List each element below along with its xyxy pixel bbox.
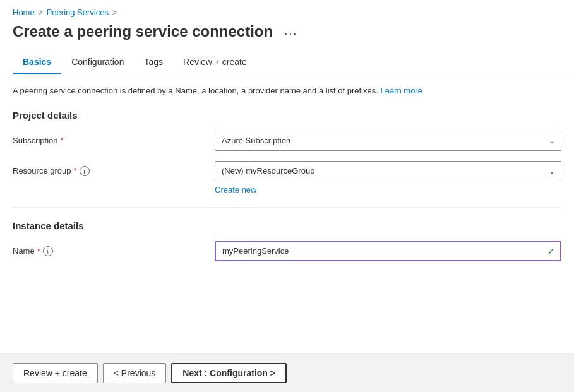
create-new-link[interactable]: Create new bbox=[215, 185, 561, 194]
page-title: Create a peering service connection bbox=[13, 23, 273, 40]
tabs-bar: Basics Configuration Tags Review + creat… bbox=[0, 50, 574, 74]
breadcrumb-home[interactable]: Home bbox=[13, 8, 35, 17]
project-details-title: Project details bbox=[13, 110, 561, 121]
description-text: A peering service connection is defined … bbox=[13, 85, 561, 97]
subscription-label: Subscription * bbox=[13, 131, 215, 145]
ellipsis-button[interactable]: ... bbox=[280, 22, 301, 40]
tab-configuration[interactable]: Configuration bbox=[61, 50, 134, 74]
breadcrumb: Home > Peering Services > bbox=[0, 0, 574, 22]
name-input-wrapper: ✓ bbox=[215, 241, 561, 261]
footer: Review + create < Previous Next : Config… bbox=[0, 353, 574, 392]
name-check-icon: ✓ bbox=[547, 246, 555, 256]
learn-more-link[interactable]: Learn more bbox=[380, 86, 422, 95]
breadcrumb-separator-1: > bbox=[39, 8, 43, 17]
subscription-dropdown[interactable]: Azure Subscription bbox=[215, 131, 561, 151]
resource-group-section: Resource group * i (New) myResourceGroup… bbox=[13, 161, 561, 194]
review-create-button[interactable]: Review + create bbox=[13, 363, 98, 383]
subscription-row: Subscription * Azure Subscription ⌄ bbox=[13, 131, 561, 151]
name-info-icon[interactable]: i bbox=[43, 246, 53, 256]
resource-group-control: (New) myResourceGroup ⌄ Create new bbox=[215, 161, 561, 194]
resource-group-indent-area: Resource group * i bbox=[13, 161, 215, 194]
resource-group-required: * bbox=[74, 166, 77, 175]
resource-group-label: Resource group * i bbox=[13, 161, 215, 176]
name-control: ✓ bbox=[215, 241, 561, 261]
page-header: Create a peering service connection ... bbox=[0, 22, 574, 50]
subscription-required: * bbox=[61, 136, 64, 145]
resource-group-info-icon[interactable]: i bbox=[80, 166, 90, 176]
name-label: Name * i bbox=[13, 241, 215, 256]
tab-basics[interactable]: Basics bbox=[13, 50, 61, 74]
section-divider bbox=[13, 207, 561, 208]
resource-group-dropdown[interactable]: (New) myResourceGroup bbox=[215, 161, 561, 181]
resource-group-dropdown-wrapper: (New) myResourceGroup ⌄ bbox=[215, 161, 561, 181]
subscription-dropdown-wrapper: Azure Subscription ⌄ bbox=[215, 131, 561, 151]
breadcrumb-separator-2: > bbox=[112, 8, 117, 17]
next-button[interactable]: Next : Configuration > bbox=[171, 363, 287, 383]
breadcrumb-peering-services[interactable]: Peering Services bbox=[47, 8, 109, 17]
previous-button[interactable]: < Previous bbox=[103, 363, 167, 383]
tab-review-create[interactable]: Review + create bbox=[173, 50, 257, 74]
name-input[interactable] bbox=[215, 241, 561, 261]
name-row: Name * i ✓ bbox=[13, 241, 561, 261]
name-required: * bbox=[37, 246, 40, 256]
instance-details-title: Instance details bbox=[13, 220, 561, 231]
subscription-control: Azure Subscription ⌄ bbox=[215, 131, 561, 151]
tab-tags[interactable]: Tags bbox=[134, 50, 173, 74]
main-content: A peering service connection is defined … bbox=[0, 85, 574, 322]
